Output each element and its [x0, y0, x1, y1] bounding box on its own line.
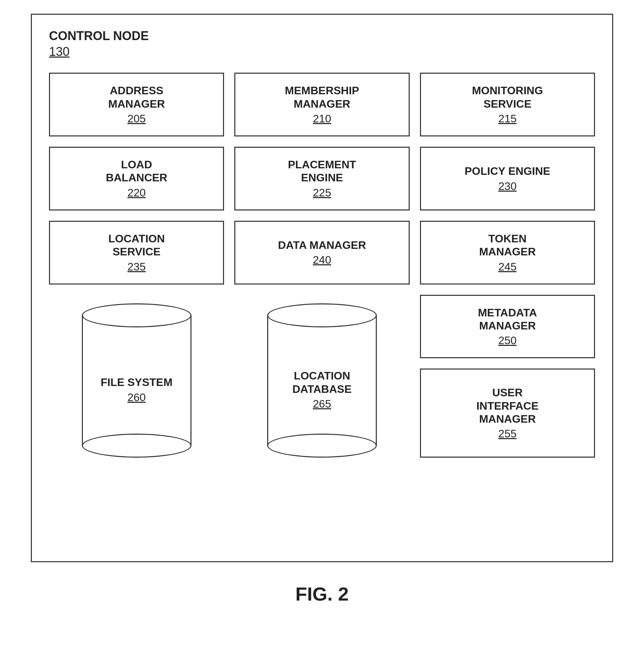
metadata-manager-box: METADATAMANAGER 250 — [420, 295, 595, 359]
data-manager-box: DATA MANAGER 240 — [234, 221, 409, 285]
placement-engine-number: 225 — [313, 186, 331, 199]
token-manager-label: TOKENMANAGER — [479, 232, 536, 258]
control-node-number: 130 — [49, 45, 70, 59]
location-service-box: LOCATIONSERVICE 235 — [49, 221, 224, 285]
token-manager-number: 245 — [498, 261, 517, 273]
location-database-cell: LOCATIONDATABASE 265 — [234, 295, 409, 466]
load-balancer-box: LOADBALANCER 220 — [49, 147, 224, 210]
metadata-manager-number: 250 — [498, 334, 517, 347]
address-manager-box: ADDRESSMANAGER 205 — [49, 73, 224, 136]
policy-engine-number: 230 — [498, 180, 517, 193]
policy-engine-box: POLICY ENGINE 230 — [420, 147, 595, 210]
cylinder-bottom-location-db — [267, 434, 377, 458]
membership-manager-label: MEMBERSHIPMANAGER — [285, 84, 359, 110]
cylinder-bottom-file-system — [82, 434, 191, 458]
file-system-label: FILE SYSTEM — [101, 369, 173, 389]
cylinder-top-location-db — [267, 303, 377, 327]
file-system-cell: FILE SYSTEM 260 — [49, 295, 224, 466]
location-database-label: LOCATIONDATABASE — [292, 362, 351, 396]
location-service-number: 235 — [127, 261, 146, 273]
location-database-number: 265 — [313, 398, 331, 410]
metadata-manager-label: METADATAMANAGER — [478, 306, 537, 333]
location-service-label: LOCATIONSERVICE — [108, 232, 165, 258]
control-node-label: CONTROL NODE — [49, 28, 595, 43]
file-system-cylinder: FILE SYSTEM 260 — [82, 303, 191, 458]
cylinder-body-location-db: LOCATIONDATABASE 265 — [267, 315, 377, 446]
control-node-container: CONTROL NODE 130 ADDRESSMANAGER 205 MEMB… — [31, 14, 613, 562]
load-balancer-number: 220 — [127, 186, 146, 199]
location-database-cylinder: LOCATIONDATABASE 265 — [267, 303, 377, 458]
membership-manager-number: 210 — [313, 112, 331, 125]
membership-manager-box: MEMBERSHIPMANAGER 210 — [234, 73, 409, 136]
load-balancer-label: LOADBALANCER — [106, 158, 168, 184]
monitoring-service-label: MONITORINGSERVICE — [472, 84, 543, 110]
token-manager-box: TOKENMANAGER 245 — [420, 221, 595, 285]
main-grid: ADDRESSMANAGER 205 MEMBERSHIPMANAGER 210… — [49, 73, 595, 284]
figure-label: FIG. 2 — [295, 583, 349, 605]
data-manager-number: 240 — [313, 254, 331, 266]
bottom-row: FILE SYSTEM 260 LOCATIONDATABASE 265 MET… — [49, 295, 595, 466]
placement-engine-label: PLACEMENTENGINE — [288, 158, 356, 184]
user-interface-manager-box: USERINTERFACEMANAGER 255 — [420, 369, 595, 458]
monitoring-service-box: MONITORINGSERVICE 215 — [420, 73, 595, 136]
address-manager-label: ADDRESSMANAGER — [108, 84, 165, 110]
address-manager-number: 205 — [127, 112, 146, 125]
policy-engine-label: POLICY ENGINE — [465, 165, 550, 178]
data-manager-label: DATA MANAGER — [278, 239, 366, 252]
right-col-boxes: METADATAMANAGER 250 USERINTERFACEMANAGER… — [420, 295, 595, 466]
cylinder-top-file-system — [82, 303, 191, 327]
monitoring-service-number: 215 — [498, 112, 517, 125]
cylinder-body-file-system: FILE SYSTEM 260 — [82, 315, 191, 446]
file-system-number: 260 — [127, 391, 146, 404]
user-interface-manager-label: USERINTERFACEMANAGER — [476, 386, 538, 425]
user-interface-manager-number: 255 — [498, 427, 517, 440]
placement-engine-box: PLACEMENTENGINE 225 — [234, 147, 409, 210]
